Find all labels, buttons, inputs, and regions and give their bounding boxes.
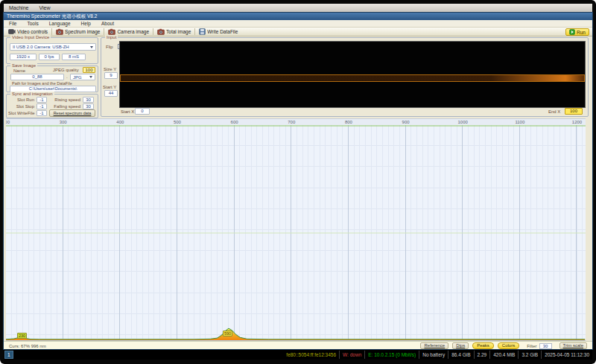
workarea: Video Input Device Il USB 2.0 Camera: US… (4, 36, 592, 349)
load-status: 2.29 (474, 351, 490, 359)
falling-speed-label: Falling speed (51, 104, 80, 109)
image-format-value: JPG (71, 75, 89, 80)
total-image-button[interactable]: Total image (154, 28, 194, 36)
slot-run-input[interactable]: -1 (37, 97, 47, 103)
colors-button[interactable]: Colors (498, 342, 519, 349)
app-title: Theremino Spectrometer 光谱小模板 V8.2 (7, 13, 97, 20)
toolbar-separator (51, 28, 52, 35)
memory-status: 420.4 MiB (489, 351, 518, 359)
vm-menu-view[interactable]: View (34, 5, 55, 10)
jpeg-quality-input[interactable]: 100 (83, 67, 95, 73)
sync-group-title: Sync and integration (10, 92, 54, 97)
start-x-input[interactable]: 0 (135, 108, 150, 115)
camera-icon (56, 28, 63, 36)
menu-tools[interactable]: Tools (22, 21, 43, 26)
peak-label-badge: 590 (223, 331, 232, 336)
save-image-group-title: Save Image (10, 63, 37, 68)
datetime-status: 2025-04-05 11:12:30 (541, 351, 592, 359)
app-titlebar[interactable]: Theremino Spectrometer 光谱小模板 V8.2 (4, 13, 592, 20)
x-axis-tick-label: 300 (60, 120, 67, 124)
fps-value: 0 fps (39, 54, 60, 60)
end-x-label: End X (548, 109, 560, 115)
slot-writefile-input[interactable]: -1 (37, 110, 47, 116)
x-axis-tick-label: 1000 (458, 120, 468, 124)
name-extension-dot: . (66, 74, 68, 80)
chevron-down-icon (89, 76, 92, 78)
rising-speed-input[interactable]: 30 (83, 97, 94, 103)
x-axis-tick-label: 1200 (572, 120, 582, 124)
rising-speed-label: Rising speed (51, 98, 80, 103)
peaks-button[interactable]: Peaks (472, 342, 494, 349)
menu-help[interactable]: Help (76, 21, 96, 26)
size-y-label: Size Y (104, 67, 116, 72)
menu-language[interactable]: Language (44, 21, 76, 26)
toolbar-button-label: Video controls (17, 29, 48, 34)
resolution-value: 1920 x (10, 54, 37, 60)
ipv6-status: fe80::5054:ff:fe12:3456 (283, 351, 339, 359)
x-axis-tick-label: 900 (402, 120, 410, 124)
toolbar-separator (104, 28, 104, 35)
battery-status: No battery (419, 351, 448, 359)
x-axis-tick-label: 800 (345, 120, 352, 124)
image-format-select[interactable]: JPG (70, 74, 95, 80)
video-input-group: Video Input Device Il USB 2.0 Camera: US… (6, 37, 98, 64)
camera-icon (157, 28, 165, 36)
falling-speed-input[interactable]: 30 (83, 103, 94, 109)
toolbar-button-label: Total image (166, 29, 191, 34)
reset-spectrum-button[interactable]: Reset spectrum data (49, 109, 95, 117)
toolbar-button-label: Camera image (117, 29, 149, 34)
vm-menubar: Machine View (4, 4, 592, 13)
vm-screen: Machine View Theremino Spectrometer 光谱小模… (0, 0, 596, 364)
x-axis-tick-label: 1100 (515, 120, 524, 124)
toolbar-button-label: Spectrum image (65, 29, 100, 34)
x-axis-tick-label: 400 (116, 120, 124, 124)
vm-menu-machine[interactable]: Machine (4, 5, 34, 10)
jpeg-quality-label: JPEG quality (53, 68, 79, 73)
filter-input[interactable]: 30 (539, 343, 552, 349)
spectrum-plot[interactable]: 230590 (6, 125, 586, 341)
disk-status: 86.4 GiB (448, 351, 473, 359)
x-axis-tick-label: 200 (6, 120, 10, 124)
menu-file[interactable]: File (4, 21, 22, 26)
peak-label-badge: 230 (17, 333, 27, 339)
end-x-input[interactable]: 100 (565, 108, 583, 115)
video-input-group-title: Video Input Device (10, 35, 51, 40)
chevron-down-icon (90, 46, 93, 48)
save-image-group: Save Image Name JPEG quality 100 0_88 . … (6, 66, 98, 92)
menu-about[interactable]: About (96, 21, 119, 26)
x-axis-tick-label: 500 (174, 120, 181, 124)
app-menubar: File Tools Language Help About (4, 20, 592, 28)
name-label: Name (13, 68, 25, 74)
x-axis-tick-label: 700 (288, 120, 295, 124)
status-strip: Curs: 67% 996 nm Reference Dips Peaks Co… (4, 341, 592, 349)
camera-icon (108, 28, 115, 36)
write-datafile-button[interactable]: Write DataFile (196, 28, 241, 36)
camera-select[interactable]: Il USB 2.0 Camera: USB-ZH (10, 43, 96, 51)
spectrum-svg (6, 125, 586, 341)
slot-stop-input[interactable]: -1 (37, 103, 47, 109)
trim-scale-button[interactable]: Trim scale (559, 342, 587, 349)
image-name-input[interactable]: 0_88 (10, 74, 64, 80)
workspace-badge[interactable]: 1 (4, 351, 13, 359)
start-x-label: Start X (121, 109, 134, 115)
spectrum-image-button[interactable]: Spectrum image (53, 28, 103, 36)
run-button-label: Run (577, 30, 586, 35)
x-axis-tick-label: 600 (231, 120, 238, 124)
toolbar-separator (153, 28, 153, 35)
start-y-input[interactable]: 44 (104, 90, 118, 97)
x-axis-row: 200300400500600700800900100011001200 (6, 118, 586, 125)
size-y-input[interactable]: 9 (104, 72, 118, 79)
toolbar-button-label: Write DataFile (207, 29, 238, 34)
run-play-icon (569, 29, 575, 36)
cursor-readout: Curs: 67% 996 nm (9, 344, 46, 348)
scan-band-overlay[interactable] (120, 74, 585, 82)
run-button[interactable]: Run (565, 28, 589, 36)
video-controls-icon (8, 28, 16, 36)
app-window: Theremino Spectrometer 光谱小模板 V8.2 File T… (4, 13, 592, 349)
dips-button[interactable]: Dips (452, 342, 469, 349)
reference-button[interactable]: Reference (420, 342, 448, 349)
start-y-label: Start Y (103, 85, 116, 90)
toolbar-separator (194, 28, 195, 35)
statusbar: 1 fe80::5054:ff:fe12:3456 W: down E: 10.… (4, 350, 592, 360)
swap-status: 3.2 GiB (518, 351, 541, 359)
